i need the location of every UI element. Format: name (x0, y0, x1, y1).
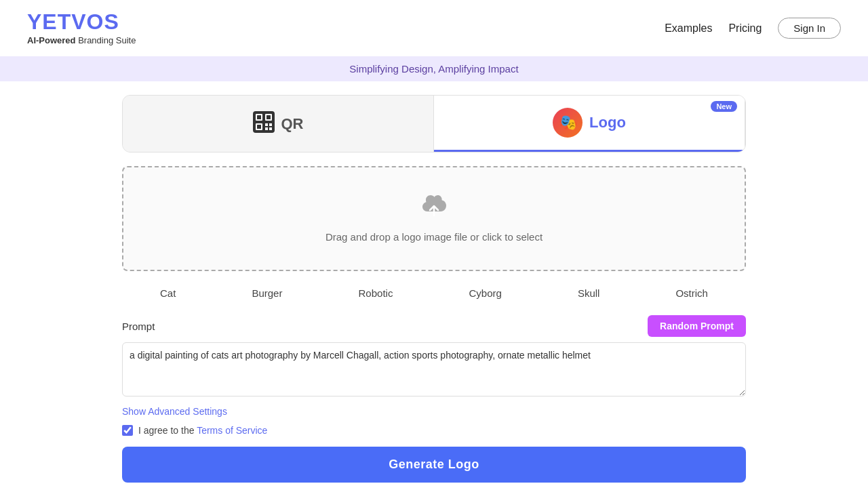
advanced-settings-link[interactable]: Show Advanced Settings (122, 406, 227, 417)
sign-in-button[interactable]: Sign In (778, 18, 841, 39)
header: YETVOS AI-Powered Branding Suite Example… (0, 0, 868, 56)
tab-logo-label: Logo (589, 114, 626, 131)
style-skull[interactable]: Skull (572, 285, 606, 302)
nav-examples[interactable]: Examples (665, 22, 712, 35)
nav-pricing[interactable]: Pricing (728, 22, 762, 35)
new-badge: New (711, 101, 737, 112)
main-content: QR 🎭 Logo New Drag and drop a logo image… (108, 81, 760, 488)
style-robotic[interactable]: Robotic (353, 285, 399, 302)
logo-icon: 🎭 (553, 108, 583, 138)
tab-qr-label: QR (281, 115, 304, 133)
tab-row: QR 🎭 Logo New (122, 95, 746, 152)
style-cyborg[interactable]: Cyborg (463, 285, 507, 302)
tos-text: I agree to the Terms of Service (138, 425, 267, 436)
svg-rect-4 (267, 115, 271, 119)
svg-rect-2 (257, 115, 261, 119)
tab-qr[interactable]: QR (123, 96, 434, 152)
prompt-label: Prompt (122, 321, 155, 332)
style-burger[interactable]: Burger (246, 285, 288, 302)
svg-rect-10 (269, 127, 272, 130)
svg-rect-7 (265, 123, 268, 126)
prompt-header: Prompt Random Prompt (122, 315, 746, 337)
tos-checkbox[interactable] (122, 425, 133, 436)
prompt-textarea[interactable] (122, 342, 746, 396)
style-ostrich[interactable]: Ostrich (670, 285, 713, 302)
random-prompt-button[interactable]: Random Prompt (648, 315, 746, 337)
generate-logo-button[interactable]: Generate Logo (122, 447, 746, 483)
style-cat[interactable]: Cat (155, 285, 181, 302)
svg-rect-9 (265, 127, 268, 130)
upload-icon (137, 195, 731, 223)
drop-zone-text: Drag and drop a logo image file or click… (137, 231, 731, 243)
drop-zone[interactable]: Drag and drop a logo image file or click… (122, 166, 746, 271)
logo-area: YETVOS AI-Powered Branding Suite (27, 11, 136, 45)
brand-name: YETVOS (27, 11, 136, 33)
style-row: Cat Burger Robotic Cyborg Skull Ostrich (122, 285, 746, 302)
svg-rect-8 (269, 123, 272, 126)
qr-icon (253, 111, 275, 137)
svg-rect-6 (257, 125, 261, 129)
banner: Simplifying Design, Amplifying Impact (0, 56, 868, 81)
nav: Examples Pricing Sign In (665, 18, 841, 39)
tos-row: I agree to the Terms of Service (122, 425, 746, 436)
tos-link[interactable]: Terms of Service (197, 425, 267, 436)
tab-logo[interactable]: 🎭 Logo (434, 96, 745, 152)
brand-tagline: AI-Powered Branding Suite (27, 35, 136, 45)
